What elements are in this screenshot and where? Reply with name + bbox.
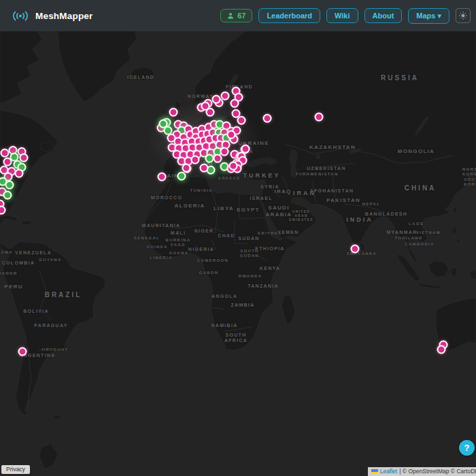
node-count-badge[interactable]: 67 [220,9,252,22]
node-marker[interactable] [220,148,229,156]
broadcast-logo-icon [12,10,29,22]
node-marker[interactable] [169,108,178,117]
node-marker[interactable] [206,108,215,117]
maps-dropdown-button[interactable]: Maps ▾ [408,8,449,24]
header: MeshMapper 67 Leaderboard Wiki About Map… [0,0,476,31]
node-marker[interactable] [15,169,24,178]
brand: MeshMapper [12,10,93,22]
node-marker[interactable] [214,154,222,163]
map-attribution: Leaflet | © OpenStreetMap © CartoDB [368,467,476,476]
about-button[interactable]: About [364,8,403,23]
leaderboard-button[interactable]: Leaderboard [258,8,320,23]
node-count: 67 [237,12,245,20]
node-marker[interactable] [263,114,272,123]
nodes-icon [227,12,234,19]
node-marker[interactable] [20,154,29,163]
map-canvas[interactable]: ICELANDNORWAYFINLANDRUSSIAUKRAINEROMANIA… [0,0,476,476]
privacy-link[interactable]: Privacy [1,465,30,474]
node-marker[interactable] [5,181,14,190]
node-marker[interactable] [437,345,446,354]
sun-icon [459,12,467,20]
node-marker[interactable] [191,156,200,165]
node-marker[interactable] [0,206,6,215]
markers-layer [0,0,476,476]
attribution-text: | © OpenStreetMap © CartoDB [399,468,476,475]
node-marker[interactable] [315,113,324,122]
node-marker[interactable] [177,172,186,181]
node-marker[interactable] [229,162,238,171]
app-title: MeshMapper [35,11,93,21]
node-marker[interactable] [182,164,191,173]
node-marker[interactable] [3,191,12,200]
header-nav: 67 Leaderboard Wiki About Maps ▾ [220,8,471,24]
node-marker[interactable] [200,164,209,173]
node-marker[interactable] [212,95,221,104]
node-marker[interactable] [158,173,167,182]
node-marker[interactable] [232,109,241,118]
node-marker[interactable] [231,99,239,108]
theme-toggle-button[interactable] [456,8,471,23]
node-marker[interactable] [227,131,236,139]
node-marker[interactable] [18,347,27,356]
ukraine-flag-icon [371,469,378,474]
help-button[interactable]: ? [459,440,475,456]
node-marker[interactable] [351,245,360,254]
leaflet-link[interactable]: Leaflet [380,468,398,475]
node-marker[interactable] [159,120,168,129]
wiki-button[interactable]: Wiki [326,8,358,23]
